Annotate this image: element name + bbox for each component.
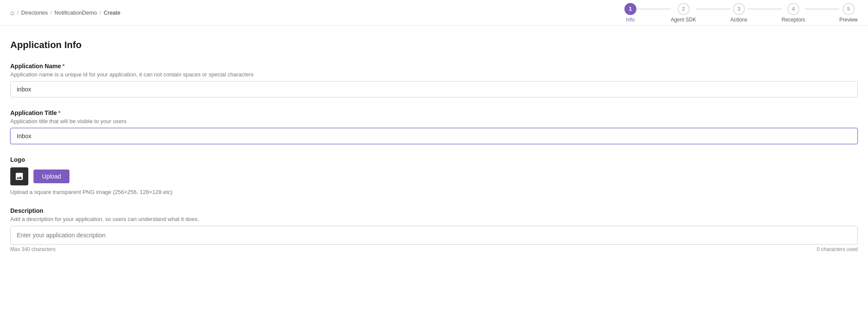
description-max-chars: Max 340 characters <box>10 246 55 252</box>
page-title: Application Info <box>10 39 858 51</box>
app-name-field-group: Application Name* Application name is a … <box>10 63 858 97</box>
breadcrumb-create: Create <box>104 9 121 16</box>
connector-2-3 <box>696 9 730 9</box>
step-2-circle: 2 <box>678 3 690 15</box>
step-1[interactable]: 1 Info <box>624 3 636 23</box>
description-input[interactable] <box>10 226 858 245</box>
step-4-label: Receptors <box>782 17 805 23</box>
app-name-label: Application Name* <box>10 63 858 70</box>
step-1-label: Info <box>626 17 635 23</box>
app-title-required: * <box>58 109 60 116</box>
main-content: Application Info Application Name* Appli… <box>0 26 868 278</box>
description-label: Description <box>10 207 858 214</box>
stepper: 1 Info 2 Agent SDK 3 Actions 4 Receptors… <box>624 3 858 23</box>
logo-section: Logo Upload Upload a square transparent … <box>10 156 858 195</box>
description-hint: Add a description for your application, … <box>10 216 858 222</box>
description-chars-used: 0 characters used <box>817 246 858 252</box>
logo-row: Upload <box>10 167 858 185</box>
step-5-label: Preview <box>839 17 858 23</box>
step-3-circle: 3 <box>733 3 745 15</box>
upload-button[interactable]: Upload <box>33 170 69 183</box>
step-3-label: Actions <box>730 17 747 23</box>
home-icon[interactable]: ⌂ <box>10 9 15 17</box>
logo-preview <box>10 167 28 185</box>
app-title-label: Application Title* <box>10 109 858 116</box>
breadcrumb-sep-1: / <box>17 9 19 16</box>
connector-1-2 <box>636 9 671 9</box>
app-name-input[interactable] <box>10 81 858 97</box>
step-5[interactable]: 5 Preview <box>839 3 858 23</box>
step-4[interactable]: 4 Receptors <box>782 3 805 23</box>
app-title-input[interactable] <box>10 128 858 144</box>
breadcrumb-sep-2: / <box>50 9 52 16</box>
app-title-hint: Application title that will be visible t… <box>10 118 858 124</box>
app-title-field-group: Application Title* Application title tha… <box>10 109 858 144</box>
app-name-hint: Application name is a unique id for your… <box>10 71 858 78</box>
connector-4-5 <box>805 9 839 9</box>
top-navigation: ⌂ / Directories / NotificationDemo / Cre… <box>0 0 868 26</box>
description-section: Description Add a description for your a… <box>10 207 858 252</box>
logo-hint: Upload a square transparent PNG image (2… <box>10 189 858 195</box>
step-1-circle: 1 <box>624 3 636 15</box>
breadcrumb: ⌂ / Directories / NotificationDemo / Cre… <box>10 9 121 17</box>
step-2[interactable]: 2 Agent SDK <box>671 3 696 23</box>
connector-3-4 <box>747 9 782 9</box>
step-4-circle: 4 <box>787 3 799 15</box>
step-3[interactable]: 3 Actions <box>730 3 747 23</box>
breadcrumb-sep-3: / <box>99 9 101 16</box>
image-icon <box>15 172 24 181</box>
description-footer: Max 340 characters 0 characters used <box>10 246 858 252</box>
step-5-circle: 5 <box>843 3 855 15</box>
app-name-required: * <box>62 63 64 70</box>
breadcrumb-directories[interactable]: Directories <box>21 9 48 16</box>
breadcrumb-notification-demo[interactable]: NotificationDemo <box>54 9 97 16</box>
step-2-label: Agent SDK <box>671 17 696 23</box>
logo-label: Logo <box>10 156 858 163</box>
